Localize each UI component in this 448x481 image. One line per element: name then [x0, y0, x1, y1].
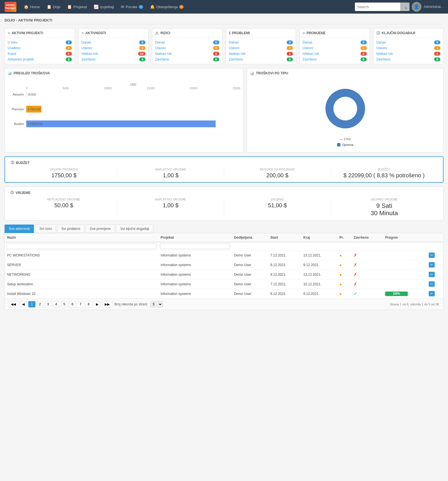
page-btn-5[interactable]: 5 [61, 301, 68, 307]
panel-link[interactable]: Istekao rok [82, 52, 98, 56]
cell-naziv: Install Windows 10 [5, 289, 158, 299]
col-header-naziv: Naziv [5, 233, 158, 242]
tabs-bar: Sve aktivnostiSvi riziciSvi problemiSve … [5, 225, 443, 233]
nav-projekat[interactable]: 📋 Projekat [64, 0, 90, 14]
tab-sve-promjene[interactable]: Sve promjene [85, 225, 115, 233]
panel-badge: 0 [434, 52, 440, 56]
records-per-page-select[interactable]: 5102050 [150, 301, 163, 307]
projekat-icon: 📋 [67, 5, 72, 9]
panel-badge: 0 [434, 57, 440, 61]
donut-container: — 1750 Oprema [250, 77, 440, 149]
panel-link[interactable]: Uskoro [303, 46, 313, 50]
nav-poruke[interactable]: ✉ Poruke 1 [118, 0, 146, 14]
page-first-btn[interactable]: ◀◀ [8, 301, 18, 307]
panel-body: Danas 0 Uskoro 0 Istekao rok 0 Završeno … [300, 38, 370, 64]
panel-link[interactable]: Istekao rok [376, 52, 393, 56]
page-last-btn[interactable]: ▶▶ [102, 301, 112, 307]
panel-link[interactable]: U toku [8, 40, 18, 44]
cell-dodijeljena: Demo User [232, 270, 268, 279]
panel-link[interactable]: Završeno [303, 57, 317, 61]
filter-input-projekat[interactable] [160, 243, 230, 249]
panel-link[interactable]: Arhivirani projekti [8, 57, 34, 61]
metric-label: NEPLAĆENO VRIJEME [10, 198, 117, 201]
tab-svi-rizici[interactable]: Svi rizici [35, 225, 56, 233]
admin-label: Administrat... [424, 5, 443, 9]
panel-link[interactable]: Danas [82, 40, 91, 44]
panel-link[interactable]: Danas [303, 40, 312, 44]
currency-label: USD [8, 83, 240, 86]
page-btn-1[interactable]: 1 [28, 301, 35, 307]
svg-point-1 [333, 97, 357, 120]
nav-obavjestenja[interactable]: 🔔 Obavještenja 0 [147, 0, 187, 14]
edit-button[interactable]: ✏ [429, 291, 435, 296]
tab-sve-aktivnosti[interactable]: Sve aktivnosti [5, 225, 34, 233]
edit-button[interactable]: ✏ [429, 253, 435, 258]
panel-badge: 0 [213, 52, 219, 56]
panel-link[interactable]: Istekao rok [229, 52, 246, 56]
panel-link[interactable]: Završeno [376, 57, 391, 61]
panel-link[interactable]: Završeno [229, 57, 243, 61]
cell-kraj: 13.12.2021. [301, 251, 337, 260]
page-btn-6[interactable]: 6 [69, 301, 76, 307]
panel-link[interactable]: Danas [376, 40, 386, 44]
edit-button[interactable]: ✏ [429, 272, 435, 277]
cost-by-type-chart: 📊 TROŠKOVI PO TIPU — 1750 Oprema [247, 68, 443, 152]
table-filter-row [5, 242, 443, 251]
col-header-dodijeljena: Dodijeljena [232, 233, 268, 242]
search-button[interactable]: 🔍 [400, 3, 410, 11]
page-next-btn[interactable]: ▶ [93, 301, 101, 307]
budget-metric: RESURSI ZA PROJEKAT 200,00 $ [224, 168, 331, 179]
x-axis-label: 20000 [190, 87, 198, 90]
panel-link[interactable]: Kasni [8, 52, 16, 56]
panel-title-rizici: RIZICI [160, 31, 170, 35]
tab-svi-problemi[interactable]: Svi problemi [57, 225, 84, 233]
donut-legend: Oprema [337, 143, 353, 146]
panel-link[interactable]: Uskoro [155, 46, 166, 50]
panel-link[interactable]: Urađeno [8, 46, 21, 50]
filter-input-naziv[interactable] [7, 243, 157, 249]
avatar[interactable]: 👤 [412, 2, 421, 12]
tab-svi-ključni-događaji[interactable]: Svi ključni događaji [116, 225, 153, 233]
panel-row: Kasni 0 [5, 51, 75, 57]
nav-dojo[interactable]: 📋 Dojo [44, 0, 63, 14]
search-input[interactable] [355, 5, 400, 9]
panel-row: Završeno 0 [300, 57, 370, 62]
cell-dodijeljena: Demo User [232, 279, 268, 289]
edit-button[interactable]: ✏ [429, 262, 435, 268]
panel-link[interactable]: Završeno [82, 57, 96, 61]
charts-row: 📊 PREGLED TROŠKOVA USD 05000100001500020… [5, 68, 443, 152]
pr-icon: ● [339, 263, 342, 267]
panel-link[interactable]: Uskoro [82, 46, 92, 50]
panel-link[interactable]: Istekao rok [155, 52, 172, 56]
bar-label: Budžet [8, 122, 26, 126]
panel-badge: 0 [213, 57, 219, 61]
panel-link[interactable]: Uskoro [229, 46, 240, 50]
panel-link[interactable]: Uskoro [376, 46, 387, 50]
cell-naziv: PC WORKSTATIONS [5, 251, 158, 260]
page-btn-3[interactable]: 3 [44, 301, 52, 307]
nav-izvjestaji[interactable]: 📈 Izvještaji [91, 0, 117, 14]
panel-link[interactable]: Danas [229, 40, 239, 44]
edit-button[interactable]: ✏ [429, 281, 435, 287]
page-prev-btn[interactable]: ◀ [20, 301, 27, 307]
panel-link[interactable]: Završeno [155, 57, 169, 61]
page-btn-8[interactable]: 8 [85, 301, 92, 307]
page-btn-2[interactable]: 2 [37, 301, 44, 307]
activity-table: NazivProjekatDodijeljenaStartKrajPr.Zavr… [5, 233, 443, 299]
check-icon: ✗ [353, 253, 357, 258]
panel-link[interactable]: Danas [155, 40, 165, 44]
panel-badge: 0 [361, 52, 367, 56]
page-btn-7[interactable]: 7 [77, 301, 84, 307]
metric-value: $ 22099,00 ( 8,83 % potrošeno ) [331, 172, 437, 179]
bar-value: 0USD [28, 93, 36, 96]
nav-home[interactable]: 🏠 Home [21, 0, 43, 14]
panel-link[interactable]: Istekao rok [303, 52, 319, 56]
panel-badge: 0 [287, 40, 293, 44]
panel-badge: 34 [138, 52, 145, 56]
home-icon: 🏠 [24, 5, 29, 9]
panel-badge: 0 [139, 46, 145, 50]
page-btn-4[interactable]: 4 [53, 301, 60, 307]
brand[interactable]: KENDOmanager [5, 2, 16, 12]
x-axis-label: 5000 [63, 87, 69, 90]
col-header-start: Start [268, 233, 301, 242]
